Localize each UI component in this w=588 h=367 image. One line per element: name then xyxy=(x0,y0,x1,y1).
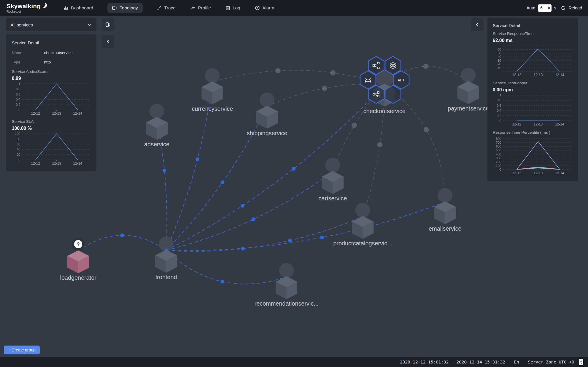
nav-tab-dashboard[interactable]: Dashboard xyxy=(63,3,94,13)
auto-interval-input[interactable]: 6 xyxy=(538,4,552,12)
language-toggle[interactable]: En xyxy=(514,360,519,364)
nav-tab-label: Profile xyxy=(198,5,211,11)
collapse-right-panel-button[interactable] xyxy=(471,18,484,31)
hex-alarm-icon[interactable] xyxy=(360,71,376,89)
node-adservice[interactable]: adservice xyxy=(144,104,169,148)
node-loadgenerator[interactable]: ?loadgenerator xyxy=(60,238,96,281)
svg-text:12-14: 12-14 xyxy=(555,73,564,77)
moon-icon xyxy=(41,2,48,9)
create-group-button[interactable]: + Create group xyxy=(4,346,40,354)
svg-text:0: 0 xyxy=(19,108,20,112)
chart-title-sla: Service SLA xyxy=(12,119,91,124)
field-type: Type http xyxy=(12,60,91,64)
service-scope-select[interactable]: All services xyxy=(6,18,96,31)
edge-dot xyxy=(162,168,166,172)
edge-dot xyxy=(251,217,255,221)
nav-tab-topology[interactable]: Topology xyxy=(107,3,143,13)
svg-text:60: 60 xyxy=(498,48,501,51)
svg-text:0: 0 xyxy=(499,168,501,171)
reload-icon[interactable] xyxy=(561,5,566,11)
series-apdexscore xyxy=(36,84,78,110)
svg-text:12-13: 12-13 xyxy=(534,122,543,126)
node-pin xyxy=(279,263,294,278)
nav-tab-profile[interactable]: Profile xyxy=(190,3,211,13)
svg-text:500: 500 xyxy=(496,148,501,152)
svg-text:60: 60 xyxy=(17,143,20,146)
svg-text:40: 40 xyxy=(498,55,501,58)
topology-icon xyxy=(105,22,111,27)
node-pin xyxy=(325,158,340,172)
svg-text:12-12: 12-12 xyxy=(31,161,40,165)
nav-tab-alarm[interactable]: Alarm xyxy=(254,3,275,13)
chart-value-resptime: 62.00 ms xyxy=(493,38,573,43)
svg-text:12-14: 12-14 xyxy=(555,171,564,175)
auto-interval-stepper[interactable] xyxy=(547,6,551,10)
svg-text:12-13: 12-13 xyxy=(52,161,61,165)
node-recommendationservice[interactable]: recommendationservic... xyxy=(254,263,319,307)
svg-text:0: 0 xyxy=(499,119,501,123)
edge-loadgenerator-frontend xyxy=(78,235,166,251)
topology-legend-button[interactable] xyxy=(101,18,114,31)
chart-title-throughput: Service Throughput xyxy=(493,81,573,85)
nav-tab-trace[interactable]: Trace xyxy=(156,3,176,13)
auto-interval-value: 6 xyxy=(540,6,543,10)
svg-text:40: 40 xyxy=(17,148,20,151)
node-paymentservice[interactable]: paymentservice xyxy=(448,68,489,112)
app-logo[interactable]: Skywalking Rocketbot xyxy=(6,3,51,13)
svg-text:API: API xyxy=(398,78,404,82)
node-pin xyxy=(438,188,452,203)
trace-icon xyxy=(157,6,161,10)
svg-text:0.4: 0.4 xyxy=(497,109,501,112)
server-zone-label[interactable]: Server Zone UTC +0 xyxy=(528,360,574,364)
node-currencyservice[interactable]: currencyservice xyxy=(192,68,233,112)
svg-text:12-12: 12-12 xyxy=(512,73,521,77)
chart-svg-sla: 10080604020012-1212-1312-14 xyxy=(12,132,91,166)
edge-checkoutservice-currencyservice xyxy=(212,70,384,84)
nav-tab-label: Alarm xyxy=(262,5,274,11)
timezone-stepper[interactable] xyxy=(579,359,583,365)
svg-text:200: 200 xyxy=(496,160,501,164)
node-emailservice[interactable]: emailservice xyxy=(429,188,461,232)
chart-value-throughput: 0.00 cpm xyxy=(493,87,573,93)
node-shippingservice[interactable]: shippingservice xyxy=(247,93,287,136)
edge-dot xyxy=(120,233,124,237)
nav-tab-label: Log xyxy=(233,5,240,11)
edge-dot xyxy=(292,167,296,171)
chart-throughput: 10.80.60.40.2012-1212-1312-14 xyxy=(493,93,573,127)
svg-text:30: 30 xyxy=(498,59,501,62)
collapse-left-panel-button[interactable] xyxy=(101,35,114,48)
node-label-cartservice: cartservice xyxy=(319,195,347,202)
chart-value-sla: 100.00 % xyxy=(12,126,91,131)
svg-text:1: 1 xyxy=(19,82,20,86)
panel-title: Service Detail xyxy=(12,40,91,45)
node-cartservice[interactable]: cartservice xyxy=(319,158,347,202)
field-name: Name checkoutservice xyxy=(12,51,91,55)
svg-text:12-12: 12-12 xyxy=(31,111,40,115)
edge-frontend-cartservice xyxy=(166,172,333,250)
svg-text:12-12: 12-12 xyxy=(512,122,521,126)
node-label-frontend: frontend xyxy=(155,274,177,280)
reload-label[interactable]: Reload xyxy=(569,6,582,10)
edge-dot xyxy=(241,204,244,208)
svg-text:300: 300 xyxy=(496,156,501,160)
nav-tab-log[interactable]: Log xyxy=(225,3,241,13)
node-label-productcatalogservice: productcatalogservic... xyxy=(333,240,392,247)
panel-title: Service Detail xyxy=(493,23,573,28)
nav-tab-label: Topology xyxy=(120,5,138,11)
svg-text:50: 50 xyxy=(498,51,501,55)
svg-text:0.8: 0.8 xyxy=(497,98,501,102)
node-frontend[interactable]: frontend xyxy=(155,237,177,280)
node-label-currencyservice: currencyservice xyxy=(192,105,233,112)
profile-icon xyxy=(190,6,195,10)
svg-text:800: 800 xyxy=(496,137,501,140)
time-range-picker[interactable]: 2020-12-12 15:01:32 ~ 2020-12-14 15:31:3… xyxy=(400,360,505,364)
svg-text:12-13: 12-13 xyxy=(534,73,543,77)
edge-dot xyxy=(288,239,292,242)
hex-api-icon[interactable]: API xyxy=(393,71,409,89)
node-label-emailservice: emailservice xyxy=(429,225,461,232)
footer-bar: 2020-12-12 15:01:32 ~ 2020-12-14 15:31:3… xyxy=(0,357,588,367)
edge-dot xyxy=(322,86,327,91)
field-value: http xyxy=(44,60,51,64)
auto-unit-label: s xyxy=(554,6,556,10)
svg-text:80: 80 xyxy=(17,137,20,141)
